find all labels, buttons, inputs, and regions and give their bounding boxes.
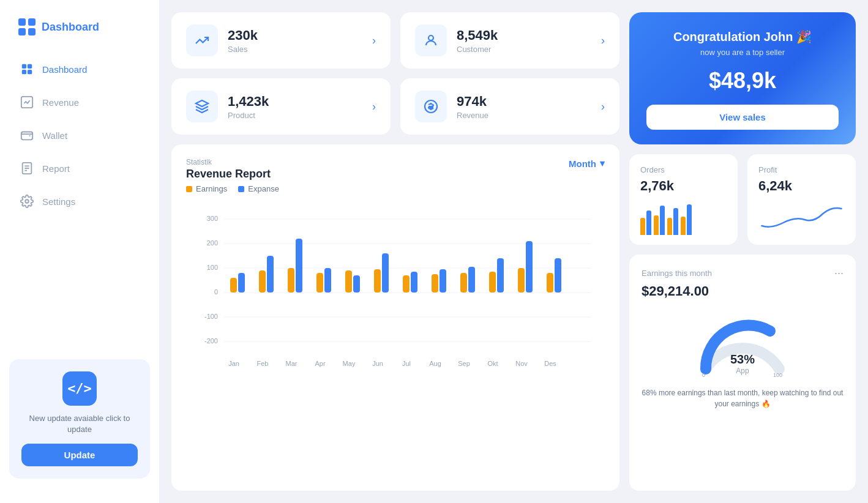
sidebar-item-label: Dashboard	[42, 64, 87, 75]
view-sales-button[interactable]: View sales	[646, 105, 839, 130]
arrow-icon-sales[interactable]: ›	[372, 34, 376, 47]
expanse-color-dot	[238, 186, 244, 192]
month-selector[interactable]: Month ▾	[569, 158, 605, 169]
stat-card-customer: 8,549k Customer ›	[400, 12, 619, 69]
svg-rect-28	[267, 256, 274, 292]
arrow-icon-revenue[interactable]: ›	[601, 100, 605, 113]
sidebar-item-dashboard[interactable]: Dashboard	[9, 54, 150, 84]
stat-label: Revenue	[457, 111, 591, 120]
box-icon	[186, 91, 218, 122]
svg-text:Apr: Apr	[315, 360, 325, 367]
dollar-icon	[415, 91, 447, 122]
congrats-subtitle: now you are a top seller	[646, 48, 839, 57]
svg-text:Des: Des	[544, 360, 556, 367]
profit-card: Profit 6,24k	[747, 154, 856, 245]
chart-legend: Earnings Expanse	[186, 184, 279, 193]
svg-rect-46	[526, 241, 533, 292]
svg-rect-41	[460, 273, 467, 292]
chart-title-area: Statistik Revenue Report Earnings Expans…	[186, 158, 279, 193]
svg-rect-35	[374, 269, 381, 292]
svg-rect-3	[28, 70, 32, 74]
svg-text:Aug: Aug	[429, 360, 441, 367]
svg-text:0: 0	[214, 288, 218, 296]
chart-card: Statistik Revenue Report Earnings Expans…	[171, 144, 619, 491]
svg-point-10	[25, 199, 29, 203]
center-panel: 230k Sales › 8,549k Customer ›	[171, 12, 619, 491]
svg-rect-33	[345, 270, 352, 292]
svg-rect-1	[28, 64, 32, 69]
orders-mini-chart	[640, 201, 727, 235]
svg-rect-47	[547, 273, 553, 292]
svg-rect-36	[382, 253, 389, 292]
svg-rect-30	[296, 239, 302, 292]
metrics-row: Orders 2,76k	[629, 154, 856, 245]
sidebar-item-label: Wallet	[42, 130, 67, 141]
svg-rect-29	[288, 268, 294, 292]
stat-label: Customer	[457, 45, 591, 54]
update-panel: </> New update avaiable click to update …	[9, 359, 150, 479]
report-icon	[20, 162, 34, 175]
congrats-amount: $48,9k	[646, 68, 839, 94]
chevron-down-icon: ▾	[600, 158, 605, 169]
sidebar: Dashboard Dashboard Revenue Wallet	[0, 0, 159, 503]
wallet-icon	[20, 129, 34, 142]
stats-row-2: 1,423k Product › 974k Revenue ›	[171, 78, 619, 135]
congrats-title: Congratulation John 🎉	[646, 29, 839, 44]
code-icon: </>	[62, 371, 97, 406]
svg-text:100: 100	[207, 264, 218, 271]
sidebar-item-label: Report	[42, 163, 70, 174]
update-button[interactable]: Update	[21, 444, 138, 466]
svg-text:Sep: Sep	[458, 360, 470, 367]
svg-rect-44	[497, 258, 504, 292]
orders-label: Orders	[640, 165, 727, 174]
earnings-header: Earnings this month ···	[642, 267, 844, 280]
main-content: 230k Sales › 8,549k Customer ›	[159, 0, 868, 503]
stat-info-sales: 230k Sales	[228, 28, 362, 54]
svg-rect-37	[403, 275, 410, 292]
arrow-icon-customer[interactable]: ›	[601, 34, 605, 47]
profit-value: 6,24k	[758, 178, 845, 194]
svg-text:300: 300	[207, 215, 218, 222]
sidebar-item-revenue[interactable]: Revenue	[9, 87, 150, 117]
svg-rect-43	[489, 272, 496, 292]
sidebar-item-report[interactable]: Report	[9, 153, 150, 184]
svg-rect-0	[22, 64, 26, 69]
chart-title: Revenue Report	[186, 168, 279, 181]
svg-rect-2	[22, 70, 26, 74]
update-description: New update avaiable click to update	[21, 413, 138, 435]
orders-value: 2,76k	[640, 178, 727, 194]
sidebar-item-label: Settings	[42, 196, 75, 207]
sidebar-item-settings[interactable]: Settings	[9, 186, 150, 217]
chart-header: Statistik Revenue Report Earnings Expans…	[186, 158, 605, 193]
earnings-footer: 68% more earnings than last month, keep …	[642, 387, 844, 409]
stat-value: 1,423k	[228, 94, 362, 110]
svg-rect-34	[353, 275, 360, 292]
svg-text:Jul: Jul	[402, 360, 411, 367]
earnings-amount: $29,214.00	[642, 283, 844, 299]
svg-text:Mar: Mar	[286, 360, 297, 367]
svg-text:May: May	[343, 360, 356, 367]
right-panel: Congratulation John 🎉 now you are a top …	[629, 12, 856, 491]
svg-rect-27	[259, 270, 266, 292]
chart-icon	[20, 95, 34, 109]
arrow-icon-product[interactable]: ›	[372, 100, 376, 113]
person-icon	[415, 24, 447, 56]
svg-text:-100: -100	[204, 313, 218, 320]
legend-expanse: Expanse	[238, 184, 279, 193]
earnings-menu-button[interactable]: ···	[834, 267, 844, 280]
svg-text:Jun: Jun	[372, 360, 383, 367]
stat-card-product: 1,423k Product ›	[171, 78, 391, 135]
earnings-sublabel: App	[730, 367, 755, 375]
sidebar-item-wallet[interactable]: Wallet	[9, 120, 150, 151]
stat-info-product: 1,423k Product	[228, 94, 362, 120]
sidebar-title: Dashboard	[42, 21, 99, 34]
orders-card: Orders 2,76k	[629, 154, 738, 245]
svg-text:Feb: Feb	[257, 360, 269, 367]
profit-line-chart	[758, 201, 845, 235]
svg-rect-5	[21, 132, 32, 140]
stat-info-revenue: 974k Revenue	[457, 94, 591, 120]
svg-rect-31	[316, 273, 323, 292]
svg-text:200: 200	[207, 239, 218, 247]
svg-text:Okt: Okt	[487, 360, 498, 367]
logo-icon	[18, 18, 36, 35]
